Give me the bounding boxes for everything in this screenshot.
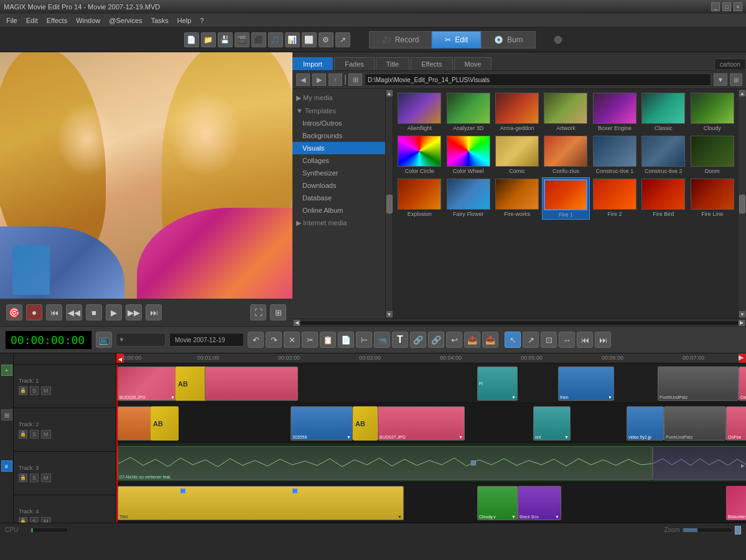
clip-onl-dropdown[interactable]: ▼: [564, 435, 569, 439]
toolbar-btn4[interactable]: 🎬: [235, 32, 249, 47]
menu-tasks[interactable]: Tasks: [147, 16, 172, 26]
clip-punth-1[interactable]: PunthUndPatz: [658, 366, 739, 401]
storyboard-btn[interactable]: ≡: [1, 460, 12, 472]
tree-templates[interactable]: ▼ Templates: [292, 105, 385, 117]
clip-bud026[interactable]: BUD026.JPG ▼: [118, 366, 177, 401]
menu-effects[interactable]: Effects: [43, 16, 71, 26]
rewind-btn[interactable]: ◀◀: [66, 304, 82, 320]
clip-onfire-1[interactable]: OnFire: [739, 366, 746, 401]
clip-bildunterschrift[interactable]: AB Bildunterschrift: [726, 486, 746, 520]
path-dropdown-btn[interactable]: ▼: [714, 73, 727, 86]
trim-btn[interactable]: ⊡: [541, 332, 557, 348]
slip-btn[interactable]: ↔: [559, 332, 575, 348]
skip-back-btn[interactable]: ⏮: [46, 304, 62, 320]
menu-help[interactable]: Help: [174, 16, 195, 26]
toolbar-btn5[interactable]: ⬛: [251, 32, 266, 47]
media-item-classic[interactable]: Classic: [640, 91, 687, 133]
tree-internet-media[interactable]: ▶ Internet media: [292, 217, 385, 230]
back-btn[interactable]: ↩: [446, 332, 462, 348]
tree-database[interactable]: Database: [292, 192, 385, 204]
tab-import[interactable]: Import: [292, 57, 333, 70]
tree-downloads[interactable]: Downloads: [292, 179, 385, 192]
media-item-boxer[interactable]: Boxer Engine: [591, 91, 638, 133]
clip-303558[interactable]: 303558 ▼: [291, 406, 353, 441]
prev-cam-btn[interactable]: 🎯: [6, 304, 22, 320]
timeline-zoom-btn[interactable]: ⊞: [1, 409, 12, 421]
media-item-constructive1[interactable]: Construc-tive 1: [591, 134, 638, 176]
menu-window[interactable]: Window: [72, 16, 104, 26]
horizontal-scrollbar[interactable]: ◀ ▶: [292, 319, 746, 326]
skip-back2-btn[interactable]: ⏮: [577, 332, 593, 348]
add-track-btn[interactable]: +: [1, 365, 12, 376]
toolbar-new[interactable]: 📄: [184, 32, 199, 47]
unlink-btn[interactable]: 🔗: [428, 332, 444, 348]
clip-bud026-dropdown[interactable]: ▼: [170, 395, 175, 399]
tab-move[interactable]: Move: [454, 57, 492, 70]
menu-file[interactable]: File: [2, 16, 21, 26]
clip-audio-1[interactable]: 07-Nichts zu verlieren feat.: [118, 446, 653, 480]
split-btn[interactable]: ⊢: [356, 332, 372, 348]
track-1-mute[interactable]: M: [41, 386, 51, 395]
toolbar-btn9[interactable]: ⚙: [319, 32, 333, 47]
tree-my-media[interactable]: ▶ My media: [292, 91, 385, 105]
fullscreen-btn[interactable]: ⛶: [250, 304, 266, 320]
media-item-firebird[interactable]: Fire Bird: [640, 177, 687, 220]
track-2-mute[interactable]: M: [41, 430, 51, 439]
track-4-solo[interactable]: S: [30, 517, 39, 523]
clip-videofly[interactable]: video fly2.jp: [627, 406, 664, 441]
video-btn[interactable]: 📹: [374, 332, 390, 348]
timecode-format-select[interactable]: ▼: [116, 333, 166, 347]
clip-video-1[interactable]: Fl ▼: [477, 366, 518, 401]
skip-fwd-btn[interactable]: ⏭: [146, 304, 162, 320]
track-1-solo[interactable]: S: [30, 386, 39, 395]
clip-bud027-dropdown[interactable]: ▼: [459, 435, 463, 439]
clip-ab-t2b[interactable]: AB: [353, 406, 378, 441]
menu-question[interactable]: ?: [196, 16, 207, 26]
close-btn[interactable]: ×: [734, 2, 742, 11]
media-item-explosion[interactable]: Explosion: [396, 177, 443, 220]
clip-video-1-dropdown[interactable]: ▼: [511, 395, 516, 399]
tree-online-album[interactable]: Online Album: [292, 204, 385, 217]
media-item-doom[interactable]: Doom: [689, 134, 736, 176]
clip-onfire-2[interactable]: OnFire: [726, 406, 746, 441]
media-item-cloudy[interactable]: Cloudy: [689, 91, 736, 133]
select-btn[interactable]: ↗: [523, 332, 539, 348]
toolbar-btn7[interactable]: 📊: [285, 32, 300, 47]
clip-video-t2-1[interactable]: [118, 406, 152, 441]
tab-title[interactable]: Title: [376, 57, 409, 70]
track-2-lock[interactable]: 🔒: [19, 430, 27, 439]
clip-ab-t2[interactable]: AB: [151, 406, 179, 441]
clip-titel[interactable]: Titel ▼: [118, 486, 404, 520]
media-item-armageddon[interactable]: Arma-geddon: [493, 91, 541, 133]
track-3-solo[interactable]: S: [30, 474, 39, 482]
zoom-handle[interactable]: [735, 526, 741, 534]
redo-btn[interactable]: ↷: [266, 332, 282, 348]
record-btn[interactable]: ●: [26, 304, 42, 320]
mode-burn-btn[interactable]: 💿 Burn: [481, 31, 536, 49]
stop-btn[interactable]: ■: [86, 304, 102, 320]
clip-video-2-dropdown[interactable]: ▼: [608, 395, 612, 399]
nav-fwd-btn[interactable]: ▶: [312, 73, 326, 86]
media-item-colorwheel[interactable]: Color Wheel: [444, 134, 492, 176]
toolbar-btn8[interactable]: ⬜: [302, 32, 317, 47]
snap-btn[interactable]: ⊞: [270, 304, 286, 320]
play-btn[interactable]: ▶: [106, 304, 122, 320]
tab-fades[interactable]: Fades: [334, 57, 375, 70]
cursor-btn[interactable]: ↖: [505, 332, 521, 348]
media-item-artwork[interactable]: Artwork: [542, 91, 589, 133]
mode-edit-btn[interactable]: ✂ Edit: [432, 31, 481, 49]
skip-fwd2-btn[interactable]: ⏭: [595, 332, 611, 348]
mode-record-btn[interactable]: 🎥 Record: [369, 31, 432, 49]
clip-blackbox-dropdown[interactable]: ▼: [555, 515, 559, 519]
zoom-slider-track[interactable]: [683, 528, 732, 533]
media-item-fire1[interactable]: Fire 1: [542, 177, 589, 220]
path-input[interactable]: D:\Magix\Movie_Edit_Pro_14_PLUS\Visuals: [365, 73, 711, 86]
media-item-confuzius[interactable]: Confu-zius: [542, 134, 589, 176]
media-item-constructive2[interactable]: Construc-tive 2: [640, 134, 687, 176]
menu-services[interactable]: @Services: [105, 16, 146, 26]
media-item-fireline[interactable]: Fire Line: [689, 177, 736, 220]
undo-btn[interactable]: ↶: [248, 332, 264, 348]
toolbar-open[interactable]: 📁: [201, 32, 216, 47]
import-btn[interactable]: 📥: [482, 332, 498, 348]
media-item-fire2[interactable]: Fire 2: [591, 177, 638, 220]
